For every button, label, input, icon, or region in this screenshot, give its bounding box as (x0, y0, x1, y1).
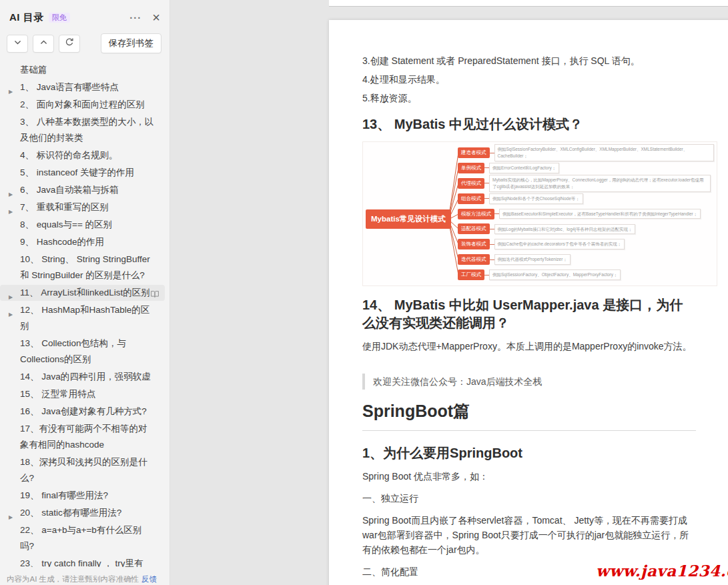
toc-list: ▶ 基础篇 ▶ 1、 Java语言有哪些特点 ▶ 2、 面向对象和面向过程的区别 (0, 62, 169, 567)
pattern-node: 工厂模式 (458, 269, 484, 280)
toc-item-label: 3、 八种基本数据类型的大小，以及他们的封装类 (20, 117, 153, 143)
toc-item[interactable]: ▶ 18、深拷贝和浅拷贝的区别是什么? (0, 454, 165, 486)
paragraph: 3.创建 Statement 或者 PreparedStatement 接口，执… (362, 53, 696, 68)
toc-item-label: 18、深拷贝和浅拷贝的区别是什么? (20, 457, 147, 483)
toc-item-label: 6、 Java自动装箱与拆箱 (20, 185, 119, 195)
pattern-node: 组合模式 (458, 193, 484, 204)
diagram-center-node: Mybatis常见设计模式 (366, 209, 451, 229)
toc-item-label: 12、 HashMap和HashTable的区别 (20, 305, 149, 331)
paragraph: 一、独立运行 (362, 491, 696, 506)
pattern-description: Mybatis实现的核心，比如MapperProxy、ConnectionLog… (489, 175, 711, 192)
chevron-up-icon (39, 37, 48, 49)
branch-connector (494, 213, 499, 214)
pattern-description: 例如SqlSessionFactoryBuilder、XMLConfigBuil… (494, 144, 715, 161)
toc-item[interactable]: ▶ 9、 Hashcode的作用 (0, 234, 165, 250)
question-heading-14: 14、 MyBatis 中比如 UserMapper.java 是接口，为什么没… (362, 296, 696, 332)
toc-item-label: 8、 equals与== 的区别 (20, 219, 112, 229)
toc-item[interactable]: ▶ 14、 Java的四种引用，强弱软虚 (0, 369, 165, 385)
toc-toolbar: 保存到书签 (0, 24, 169, 53)
pattern-description: 例如BaseExecutor和SimpleExecutor，还有BaseType… (499, 209, 701, 219)
pattern-description: 例如SqlNode和各个子类ChooseSqlNode等； (489, 193, 583, 204)
wechat-account-quote: 欢迎关注微信公众号：Java后端技术全栈 (362, 374, 696, 390)
branch-connector (484, 167, 489, 168)
toc-item[interactable]: ▶ 17、有没有可能两个不相等的对象有相同的hashcode (0, 421, 165, 453)
branch-connector (484, 198, 489, 199)
toc-item[interactable]: ▶ 7、 重载和重写的区别 (0, 199, 165, 215)
toc-item[interactable]: ▶ 12、 HashMap和HashTable的区别 (0, 302, 165, 334)
pdf-page: 3.创建 Statement 或者 PreparedStatement 接口，执… (329, 20, 728, 585)
toc-item-label: 15、 泛型常用特点 (20, 389, 95, 399)
branch-connector (490, 153, 494, 153)
toc-item[interactable]: ▶ 19、 final有哪些用法? (0, 488, 165, 504)
paragraph: 4.处理和显示结果。 (362, 72, 696, 87)
ai-disclaimer: 内容为AI 生成，请注意甄别内容准确性反馈 (0, 571, 169, 585)
diagram-branch-row: 工厂模式 例如SqlSessionFactory、ObjectFactory、M… (458, 267, 714, 282)
more-options-icon[interactable]: ··· (129, 12, 141, 23)
toc-item[interactable]: ▶ 3、 八种基本数据类型的大小，以及他们的封装类 (0, 114, 165, 146)
toc-item-label: 19、 final有哪些用法? (20, 490, 108, 500)
diagram-branch-row: 建造者模式 例如SqlSessionFactoryBuilder、XMLConf… (458, 145, 714, 160)
paragraph: 使用JDK动态代理+MapperProxy。本质上调用的是MapperProxy… (362, 339, 696, 354)
toc-item[interactable]: ▶ 10、 String、 String StringBuffer 和 Stri… (0, 251, 165, 283)
branch-connector (490, 229, 494, 229)
toc-item[interactable]: ▶ 11、 ArrayList和linkedList的区别 (0, 285, 165, 301)
toc-panel-header: AI 目录 限免 ··· × (0, 0, 169, 24)
toc-item[interactable]: ▶ 8、 equals与== 的区别 (0, 217, 165, 233)
diagram-branch-row: 组合模式 例如SqlNode和各个子类ChooseSqlNode等； (458, 191, 714, 206)
next-heading-button[interactable] (7, 35, 28, 53)
ai-toc-panel: AI 目录 限免 ··· × 保存到书签 ▶ 基础篇 (0, 0, 170, 585)
toc-item-label: 16、 Java创建对象有几种方式? (20, 406, 147, 416)
toc-item[interactable]: ▶ 6、 Java自动装箱与拆箱 (0, 182, 165, 198)
toc-item[interactable]: ▶ 16、 Java创建对象有几种方式? (0, 404, 165, 420)
toc-item-label: 5、 instanceof 关键字的作用 (20, 167, 134, 177)
toc-item[interactable]: ▶ 23、 try catch finally ， try里有return， f… (0, 556, 165, 567)
diagram-branch-row: 适配器模式 例如Log的Mybatis接口和它对jdbc、log4j等各种日志框… (458, 221, 714, 236)
toc-item[interactable]: ▶ 2、 面向对象和面向过程的区别 (0, 97, 165, 113)
branch-connector (484, 183, 489, 183)
toc-item[interactable]: ▶ 1、 Java语言有哪些特点 (0, 79, 165, 95)
chevron-down-icon (13, 37, 22, 49)
toc-item-label: 1、 Java语言有哪些特点 (20, 82, 119, 92)
refresh-button[interactable] (59, 35, 80, 53)
close-icon[interactable]: × (152, 11, 160, 24)
save-to-bookmark-button[interactable]: 保存到书签 (101, 33, 162, 53)
toc-item[interactable]: ▶ 13、 Collection包结构，与Collections的区别 (0, 336, 165, 368)
branch-connector (490, 259, 494, 260)
disclaimer-text: 内容为AI 生成，请注意甄别内容准确性 (7, 575, 139, 583)
prev-heading-button[interactable] (33, 35, 54, 53)
mybatis-patterns-diagram: Mybatis常见设计模式 建造者模式 例如SqlSessionFactoryB… (362, 141, 717, 286)
diagram-branch-row: 模板方法模式 例如BaseExecutor和SimpleExecutor，还有B… (458, 207, 714, 221)
diagram-branch-row: 单例模式 例如ErrorContext和LogFactory； (458, 161, 714, 175)
diagram-branch-row: 迭代器模式 例如迭代器模式PropertyTokenizer； (458, 252, 714, 267)
toc-item-label: 14、 Java的四种引用，强弱软虚 (20, 372, 151, 382)
toc-item-label: 基础篇 (20, 65, 47, 75)
diagram-branch-row: 代理模式 Mybatis实现的核心，比如MapperProxy、Connecti… (458, 176, 714, 191)
pattern-node: 迭代器模式 (458, 254, 490, 265)
toc-item[interactable]: ▶ 15、 泛型常用特点 (0, 386, 165, 402)
toc-item[interactable]: ▶ 基础篇 (0, 62, 165, 78)
free-trial-badge: 限免 (49, 13, 70, 23)
branch-connector (484, 275, 489, 275)
toc-item-label: 23、 try catch finally ， try里有return， fin… (20, 558, 143, 567)
toc-item-label: 11、 ArrayList和linkedList的区别 (20, 287, 150, 298)
previous-page-bottom (329, 0, 728, 7)
expand-arrow-icon[interactable]: ▶ (9, 307, 13, 323)
pattern-node: 模板方法模式 (458, 209, 494, 219)
branch-connector (490, 244, 494, 245)
toc-item[interactable]: ▶ 22、 a=a+b与a+=b有什么区别吗? (0, 522, 165, 554)
toc-item[interactable]: ▶ 4、 标识符的命名规则。 (0, 147, 165, 163)
toc-item-label: 10、 String、 String StringBuffer 和 String… (20, 254, 150, 280)
document-viewport[interactable]: 3.创建 Statement 或者 PreparedStatement 接口，执… (170, 0, 728, 585)
pattern-node: 建造者模式 (458, 147, 490, 158)
feedback-link[interactable]: 反馈 (141, 575, 157, 583)
pattern-description: 例如Cache包中的cache.decorators子包中等各个装饰者的实现； (494, 239, 625, 249)
toc-item-label: 22、 a=a+b与a+=b有什么区别吗? (20, 525, 141, 551)
toc-item[interactable]: ▶ 5、 instanceof 关键字的作用 (0, 165, 165, 181)
paragraph: 5.释放资源。 (362, 91, 696, 105)
page-content: 3.创建 Statement 或者 PreparedStatement 接口，执… (329, 20, 696, 585)
toc-item[interactable]: ▶ 20、 static都有哪些用法? (0, 505, 165, 521)
pattern-node: 装饰者模式 (458, 239, 490, 249)
pattern-node: 单例模式 (458, 163, 484, 173)
toc-item-label: 13、 Collection包结构，与Collections的区别 (20, 338, 126, 364)
question-heading-13: 13、 MyBatis 中见过什么设计模式？ (362, 115, 696, 133)
